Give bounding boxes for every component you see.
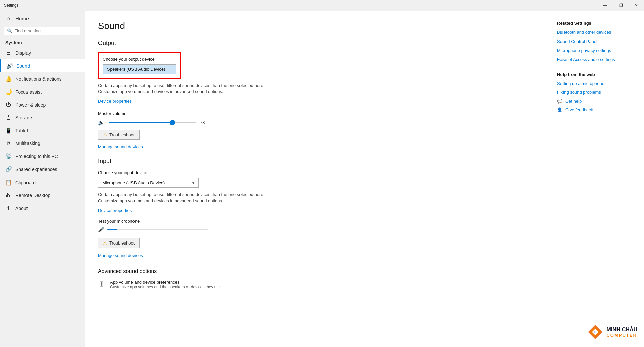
mic-test-row: 🎤: [98, 226, 537, 233]
watermark-minh: MINH CHÂU: [606, 326, 637, 333]
give-feedback-item[interactable]: 👤 Give feedback: [557, 107, 637, 112]
sidebar-item-shared[interactable]: 🔗 Shared experiences: [0, 163, 85, 176]
sidebar-item-label: Projecting to this PC: [15, 154, 58, 159]
sidebar-item-label: Power & sleep: [15, 102, 46, 108]
sidebar-item-label: Storage: [15, 115, 32, 120]
advanced-section-title: Advanced sound options: [98, 268, 537, 274]
maximize-button[interactable]: ❐: [613, 0, 629, 11]
home-icon: ⌂: [5, 15, 11, 21]
sidebar-item-storage[interactable]: 🗄 Storage: [0, 111, 85, 124]
sidebar-item-remote[interactable]: 🖧 Remote Desktop: [0, 189, 85, 202]
input-troubleshoot-label: Troubleshoot: [109, 240, 135, 246]
mic-test-section: Test your microphone 🎤: [98, 219, 537, 233]
related-link-bluetooth[interactable]: Bluetooth and other devices: [557, 30, 637, 36]
sidebar-section-title: System: [0, 37, 85, 47]
related-settings-title: Related Settings: [557, 21, 637, 26]
volume-slider[interactable]: [109, 122, 196, 123]
warning-icon-input: ⚠: [103, 240, 107, 246]
sidebar-item-about[interactable]: ℹ About: [0, 202, 85, 215]
get-help-icon: 💬: [557, 99, 562, 104]
get-help-item[interactable]: 💬 Get help: [557, 99, 637, 104]
sidebar-item-projecting[interactable]: 📡 Projecting to this PC: [0, 150, 85, 163]
about-icon: ℹ: [5, 205, 11, 211]
sidebar-item-sound[interactable]: 🔊 Sound: [0, 59, 85, 72]
warning-icon: ⚠: [103, 132, 107, 137]
sidebar-item-focus[interactable]: 🌙 Focus assist: [0, 85, 85, 98]
output-troubleshoot-button[interactable]: ⚠ Troubleshoot: [98, 130, 140, 140]
sidebar-item-label: Focus assist: [15, 89, 42, 95]
sidebar-item-home[interactable]: ⌂ Home: [0, 12, 85, 25]
related-link-ease-of-access[interactable]: Ease of Access audio settings: [557, 57, 637, 63]
input-manage-sound-link[interactable]: Manage sound devices: [98, 253, 143, 258]
sidebar-item-label: Tablet: [15, 128, 28, 133]
volume-section: Master volume 🔈 73: [98, 111, 537, 126]
main-content: Sound Output Choose your output device S…: [85, 11, 550, 347]
app-volume-desc: Customize app volumes and the speakers o…: [110, 285, 222, 289]
output-manage-sound-link[interactable]: Manage sound devices: [98, 144, 143, 149]
close-button[interactable]: ✕: [629, 0, 644, 11]
app-volume-text: App volume and device preferences Custom…: [110, 280, 222, 289]
sidebar-item-power[interactable]: ⏻ Power & sleep: [0, 98, 85, 111]
input-troubleshoot-button[interactable]: ⚠ Troubleshoot: [98, 238, 140, 248]
volume-icon: 🔈: [98, 119, 105, 126]
app-volume-title[interactable]: App volume and device preferences: [110, 280, 222, 285]
power-icon: ⏻: [5, 102, 11, 108]
related-link-microphone-privacy[interactable]: Microphone privacy settings: [557, 48, 637, 54]
sidebar-item-clipboard[interactable]: 📋 Clipboard: [0, 176, 85, 189]
right-panel: Related Settings Bluetooth and other dev…: [550, 11, 644, 347]
multitasking-icon: ⧉: [5, 140, 11, 146]
storage-icon: 🗄: [5, 115, 11, 121]
remote-icon: 🖧: [5, 192, 11, 198]
clipboard-icon: 📋: [5, 179, 11, 186]
minimize-button[interactable]: —: [598, 0, 613, 11]
mic-test-label: Test your microphone: [98, 219, 537, 224]
volume-thumb[interactable]: [170, 120, 175, 125]
watermark-computer: COMPUTER: [606, 333, 637, 338]
sidebar-item-label: Display: [15, 50, 31, 56]
sidebar-item-label: Multitasking: [15, 141, 40, 146]
display-icon: 🖥: [5, 50, 11, 56]
watermark-text-group: MINH CHÂU COMPUTER: [606, 326, 637, 338]
tablet-icon: 📱: [5, 127, 11, 134]
related-link-sound-control[interactable]: Sound Control Panel: [557, 39, 637, 45]
input-device-dropdown[interactable]: Microphone (USB Audio Device) ▾: [98, 178, 199, 188]
selected-input-device: Microphone (USB Audio Device): [102, 180, 165, 185]
help-section: Help from the web Setting up a microphon…: [557, 72, 637, 113]
output-device-dropdown[interactable]: Speakers (USB Audio Device): [103, 64, 176, 74]
choose-input-label: Choose your input device: [98, 170, 537, 175]
selected-output-device: Speakers (USB Audio Device): [107, 67, 165, 72]
shared-icon: 🔗: [5, 166, 11, 172]
output-section-title: Output: [98, 40, 537, 47]
window-controls: — ❐ ✕: [598, 0, 644, 11]
choose-output-label: Choose your output device: [103, 57, 176, 62]
input-device-note: Certain apps may be set up to use differ…: [98, 192, 266, 204]
title-bar: Settings — ❐ ✕: [0, 0, 644, 11]
output-device-note: Certain apps may be set up to use differ…: [98, 83, 266, 95]
mic-level-track: [107, 229, 208, 230]
output-device-properties-link[interactable]: Device properties: [98, 99, 132, 104]
input-device-properties-link[interactable]: Device properties: [98, 208, 132, 213]
sound-icon: 🔊: [6, 63, 12, 69]
sidebar-item-notifications[interactable]: 🔔 Notifications & actions: [0, 72, 85, 85]
input-section-title: Input: [98, 158, 537, 165]
output-manage-link-container: Manage sound devices: [98, 144, 537, 150]
help-link-setup-mic[interactable]: Setting up a microphone: [557, 81, 637, 87]
app-volume-item: 🎚 App volume and device preferences Cust…: [98, 280, 537, 289]
search-icon: 🔍: [7, 28, 12, 33]
help-link-fix-sound[interactable]: Fixing sound problems: [557, 90, 637, 95]
sidebar-item-tablet[interactable]: 📱 Tablet: [0, 124, 85, 137]
svg-text:C: C: [594, 330, 596, 334]
get-help-label: Get help: [565, 99, 582, 104]
search-box[interactable]: 🔍: [4, 27, 80, 35]
notifications-icon: 🔔: [5, 76, 11, 82]
output-troubleshoot-label: Troubleshoot: [109, 132, 135, 137]
app-container: ⌂ Home 🔍 System 🖥 Display 🔊 Sound 🔔 Noti…: [0, 11, 644, 347]
sidebar-item-label: About: [15, 206, 28, 211]
search-input[interactable]: [14, 28, 77, 33]
sidebar-item-display[interactable]: 🖥 Display: [0, 47, 85, 59]
sidebar-item-label: Remote Desktop: [15, 193, 50, 198]
input-manage-link-container: Manage sound devices: [98, 252, 537, 258]
volume-value: 73: [200, 120, 208, 125]
sidebar-item-multitasking[interactable]: ⧉ Multitasking: [0, 137, 85, 150]
focus-icon: 🌙: [5, 89, 11, 95]
